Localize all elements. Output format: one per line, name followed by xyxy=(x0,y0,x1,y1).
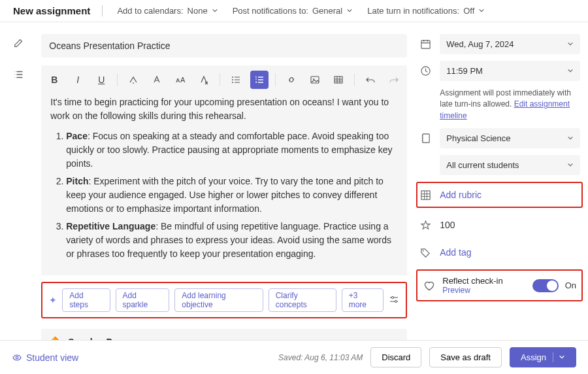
term: Repetitive Language xyxy=(66,221,155,231)
term: Pitch xyxy=(66,176,88,186)
rich-text-editor: B I U ᴀA It's time to begin xyxy=(41,65,407,275)
term-text: : Focus on speaking at a steady and comf… xyxy=(66,131,392,169)
add-tag-link[interactable]: Add tag xyxy=(440,242,580,263)
due-time-value: 11:59 PM xyxy=(446,66,483,76)
term: Pace xyxy=(66,131,88,141)
reflect-title: Reflect check-in xyxy=(442,276,525,286)
due-date-value: Wed, Aug 7, 2024 xyxy=(446,39,514,49)
add-rubric-row: Add rubric xyxy=(419,184,578,205)
image-button[interactable] xyxy=(306,71,324,89)
svg-rect-17 xyxy=(421,191,430,199)
reflect-checkin-row: Reflect check-in Preview On xyxy=(416,269,583,301)
points-row: 100 xyxy=(419,214,580,235)
instructions-list: Pace: Focus on speaking at a steady and … xyxy=(50,129,398,261)
assign-label: Assign xyxy=(521,352,546,362)
course-field[interactable]: Physical Science xyxy=(440,128,580,148)
calendars-value: None xyxy=(188,6,208,16)
table-button[interactable] xyxy=(329,71,348,89)
svg-point-6 xyxy=(392,296,394,298)
svg-rect-5 xyxy=(335,76,342,83)
link-button[interactable] xyxy=(282,71,301,89)
post-notifications-option[interactable]: Post notifications to: General xyxy=(233,6,353,16)
assignment-title-value: Oceans Presentation Practice xyxy=(49,41,170,51)
student-view-label: Student view xyxy=(26,352,78,363)
svg-rect-16 xyxy=(423,134,429,143)
chip-add-learning-objective[interactable]: Add learning objective xyxy=(174,288,263,312)
tag-icon xyxy=(419,247,432,258)
assignees-row: All current students xyxy=(419,155,580,175)
post-label: Post notifications to: xyxy=(233,6,308,16)
course-row: Physical Science xyxy=(419,128,580,148)
due-time-field[interactable]: 11:59 PM xyxy=(440,61,580,81)
left-rail xyxy=(13,34,29,371)
assignees-field[interactable]: All current students xyxy=(440,155,580,175)
saved-timestamp: Saved: Aug 6, 11:03 AM xyxy=(278,353,363,362)
undo-button[interactable] xyxy=(361,71,380,89)
redo-button[interactable] xyxy=(385,71,403,89)
italic-button[interactable]: I xyxy=(69,71,87,89)
add-rubric-link[interactable]: Add rubric xyxy=(440,184,578,205)
toolbar-sep xyxy=(354,73,355,86)
chip-add-sparkle[interactable]: Add sparkle xyxy=(116,288,170,312)
reflect-toggle[interactable] xyxy=(532,279,559,292)
notebook-icon xyxy=(419,133,432,144)
chevron-down-icon xyxy=(478,6,485,16)
heart-icon xyxy=(423,279,436,292)
bold-button[interactable]: B xyxy=(45,71,63,89)
reflect-labels: Reflect check-in Preview xyxy=(442,276,525,295)
font-size-button[interactable]: ᴀA xyxy=(171,71,189,89)
post-note: Assignment will post immediately with la… xyxy=(419,88,580,122)
calendar-icon xyxy=(419,39,432,50)
pencil-icon[interactable] xyxy=(13,37,29,50)
due-date-row: Wed, Aug 7, 2024 xyxy=(419,34,580,54)
student-view-link[interactable]: Student view xyxy=(12,352,78,363)
chevron-down-icon xyxy=(567,66,574,76)
toolbar-sep xyxy=(220,73,220,86)
chevron-down-icon xyxy=(567,160,574,170)
svg-point-1 xyxy=(232,79,233,80)
discard-button[interactable]: Discard xyxy=(370,347,421,367)
chip-more[interactable]: +3 more xyxy=(342,288,384,312)
calendars-option[interactable]: Add to calendars: None xyxy=(117,6,218,16)
toggle-knob xyxy=(547,280,557,291)
clear-format-button[interactable] xyxy=(195,71,213,89)
rubric-grid-icon xyxy=(419,190,432,201)
instruction-item: Pace: Focus on speaking at a steady and … xyxy=(66,129,398,171)
chip-add-steps[interactable]: Add steps xyxy=(62,288,110,312)
main-column: Oceans Presentation Practice B I U ᴀA xyxy=(41,34,407,371)
bullet-list-button[interactable] xyxy=(227,71,245,89)
font-color-button[interactable] xyxy=(148,71,166,89)
underline-button[interactable]: U xyxy=(92,71,110,89)
post-value: General xyxy=(312,6,342,16)
star-icon xyxy=(419,220,432,231)
assignment-title-input[interactable]: Oceans Presentation Practice xyxy=(41,34,407,58)
ai-suggestions-row: ✦ Add steps Add sparkle Add learning obj… xyxy=(41,282,407,318)
chevron-down-icon xyxy=(567,133,574,143)
svg-rect-14 xyxy=(421,41,430,48)
formatting-toolbar: B I U ᴀA xyxy=(41,67,407,93)
sliders-icon[interactable] xyxy=(389,294,399,307)
points-value[interactable]: 100 xyxy=(440,214,580,235)
assign-split-icon[interactable] xyxy=(553,352,565,362)
instruction-item: Pitch: Experiment with the pitch of your… xyxy=(66,175,398,216)
right-sidebar: Wed, Aug 7, 2024 11:59 PM Assignment wil… xyxy=(419,34,580,371)
list-icon[interactable] xyxy=(13,69,29,82)
highlight-button[interactable] xyxy=(124,71,142,89)
chip-clarify-concepts[interactable]: Clarify concepts xyxy=(269,288,336,312)
svg-point-18 xyxy=(423,250,424,251)
instructions-body[interactable]: It's time to begin practicing for your u… xyxy=(41,93,407,275)
svg-point-19 xyxy=(16,356,18,359)
assign-button[interactable]: Assign xyxy=(510,347,576,367)
numbered-list-button[interactable] xyxy=(250,71,269,89)
footer-bar: Student view Saved: Aug 6, 11:03 AM Disc… xyxy=(0,340,588,374)
late-notifications-option[interactable]: Late turn in notifications: Off xyxy=(367,6,485,16)
course-value: Physical Science xyxy=(446,133,510,143)
due-date-field[interactable]: Wed, Aug 7, 2024 xyxy=(440,34,580,54)
reflect-preview-link[interactable]: Preview xyxy=(442,286,525,295)
content-area: Oceans Presentation Practice B I U ᴀA xyxy=(0,22,588,371)
save-draft-button[interactable]: Save as draft xyxy=(429,347,502,367)
toolbar-sep xyxy=(117,73,118,86)
clock-icon xyxy=(419,65,432,76)
term-text: : Experiment with the pitch of your voic… xyxy=(66,176,384,214)
svg-point-2 xyxy=(232,82,233,83)
